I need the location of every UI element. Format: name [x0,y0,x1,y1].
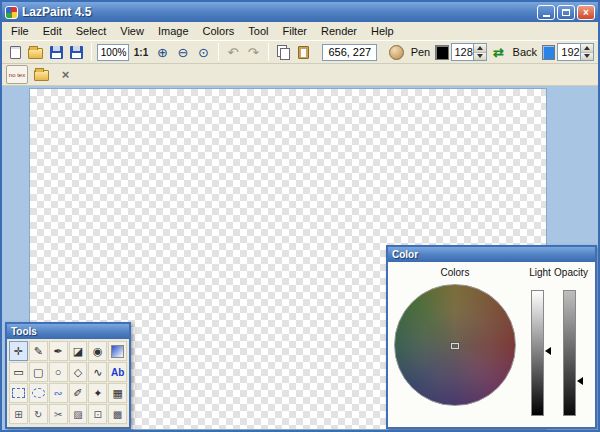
cursor-coordinates: 656, 227 [322,44,377,61]
toolbar-separator [218,43,219,61]
swap-colors-button[interactable]: ⇄ [489,42,507,62]
colors-label: Colors [388,267,522,278]
redo-button[interactable]: ↷ [244,42,262,62]
back-opacity-value[interactable]: 192 [558,44,580,60]
tool-grid[interactable]: ▩ [108,404,127,424]
tool-mask[interactable]: ▨ [69,404,88,424]
tool-hand[interactable]: ✛ [9,341,28,361]
tool-floodfill[interactable]: ◉ [88,341,107,361]
open-file-button[interactable] [26,42,44,62]
undo-button[interactable]: ↶ [224,42,242,62]
menu-file[interactable]: File [4,23,36,39]
menu-view[interactable]: View [113,23,151,39]
menu-colors[interactable]: Colors [196,23,242,39]
tool-text[interactable]: Ab [108,362,127,382]
toolbar-separator [91,43,92,61]
pen-opacity-spinner[interactable]: 128 [451,43,488,61]
menu-render[interactable]: Render [314,23,364,39]
tool-rectangle[interactable]: ▭ [9,362,28,382]
tool-select-ellipse[interactable] [29,383,48,403]
menu-edit[interactable]: Edit [36,23,69,39]
select-ellipse-icon [32,388,45,398]
tools-grid: ✛ ✎ ✒ ◪ ◉ ▭ ▢ ○ ◇ ∿ Ab ∾ ✐ ✦ ▦ ⊞ ↻ [7,339,129,426]
remove-texture-button[interactable]: × [55,65,76,85]
back-opacity-up-button[interactable] [581,44,593,53]
opacity-marker-icon[interactable] [577,377,583,385]
maximize-icon [562,9,570,16]
zoom-in-button[interactable]: ⊕ [153,42,171,62]
tool-select-pen[interactable]: ✐ [69,383,88,403]
color-wheel-cursor[interactable] [451,343,459,349]
tool-eraser[interactable]: ◪ [69,341,88,361]
tool-ellipse[interactable]: ○ [49,362,68,382]
tool-hotspot[interactable]: ⊡ [88,404,107,424]
window-controls: × [537,5,595,20]
color-window: Color Colors Light Opacity [386,245,597,429]
light-slider[interactable] [531,290,544,416]
tool-select-rect[interactable] [9,383,28,403]
maximize-button[interactable] [557,5,575,20]
save-button[interactable] [47,42,65,62]
menu-tool[interactable]: Tool [241,23,275,39]
pen-opacity-up-button[interactable] [474,44,486,53]
pen-color-swatch[interactable] [435,45,448,60]
tool-gradient[interactable] [108,341,127,361]
tool-pen[interactable]: ✒ [49,341,68,361]
color-wheel[interactable] [394,284,516,406]
tools-titlebar[interactable]: Tools [7,324,129,339]
text-tool-icon: Ab [111,367,124,378]
copy-button[interactable] [274,42,292,62]
open-folder-icon [28,48,43,59]
light-marker-icon[interactable] [545,347,551,355]
new-image-icon [10,46,21,59]
menu-filter[interactable]: Filter [276,23,314,39]
back-opacity-spinner[interactable]: 192 [557,43,594,61]
paste-icon [298,46,309,59]
back-color-swatch[interactable] [542,45,555,60]
tools-title: Tools [11,326,37,337]
save-icon [50,46,63,59]
tool-curve[interactable]: ∿ [88,362,107,382]
no-texture-button[interactable]: no tex [6,65,28,84]
pen-texture-button[interactable] [387,42,405,62]
opacity-label: Opacity [548,267,594,278]
color-titlebar[interactable]: Color [388,247,595,262]
tool-magic-wand[interactable]: ✦ [88,383,107,403]
pen-opacity-down-button[interactable] [474,53,486,61]
tool-pencil[interactable]: ✎ [29,341,48,361]
minimize-icon [543,15,550,17]
paste-button[interactable] [294,42,312,62]
color-content: Colors Light Opacity [388,262,595,427]
new-image-button[interactable] [6,42,24,62]
pen-opacity-arrows [473,44,486,60]
menu-help[interactable]: Help [364,23,401,39]
opacity-slider[interactable] [563,290,576,416]
minimize-button[interactable] [537,5,555,20]
pen-opacity-value[interactable]: 128 [452,44,474,60]
tool-move-selection[interactable]: ⊞ [9,404,28,424]
tools-window: Tools ✛ ✎ ✒ ◪ ◉ ▭ ▢ ○ ◇ ∿ Ab ∾ ✐ ✦ ▦ [5,322,131,429]
lazpaint-window: LazPaint 4.5 × File Edit Select View Ima… [0,0,600,432]
down-arrow-icon [584,54,590,58]
titlebar[interactable]: LazPaint 4.5 × [2,2,598,22]
close-button[interactable]: × [577,5,595,20]
tool-rotate-selection[interactable]: ↻ [29,404,48,424]
zoom-out-button[interactable]: ⊖ [174,42,192,62]
save-as-button[interactable] [67,42,85,62]
zoom-fit-button[interactable]: ⊙ [194,42,212,62]
toolbar-separator [268,43,269,61]
tool-polygon[interactable]: ◇ [69,362,88,382]
save-as-icon [70,46,83,59]
up-arrow-icon [584,46,590,50]
back-opacity-down-button[interactable] [581,53,593,61]
zoom-original-button[interactable]: 1:1 [131,47,151,58]
down-arrow-icon [477,54,483,58]
menu-select[interactable]: Select [69,23,114,39]
tool-edit-selection[interactable]: ✂ [49,404,68,424]
tool-lasso[interactable]: ∾ [49,383,68,403]
tool-deselect[interactable]: ▦ [108,383,127,403]
zoom-level-box[interactable]: 100% [97,44,129,61]
tool-rounded-rectangle[interactable]: ▢ [29,362,48,382]
load-texture-button[interactable] [31,65,52,85]
menu-image[interactable]: Image [151,23,196,39]
